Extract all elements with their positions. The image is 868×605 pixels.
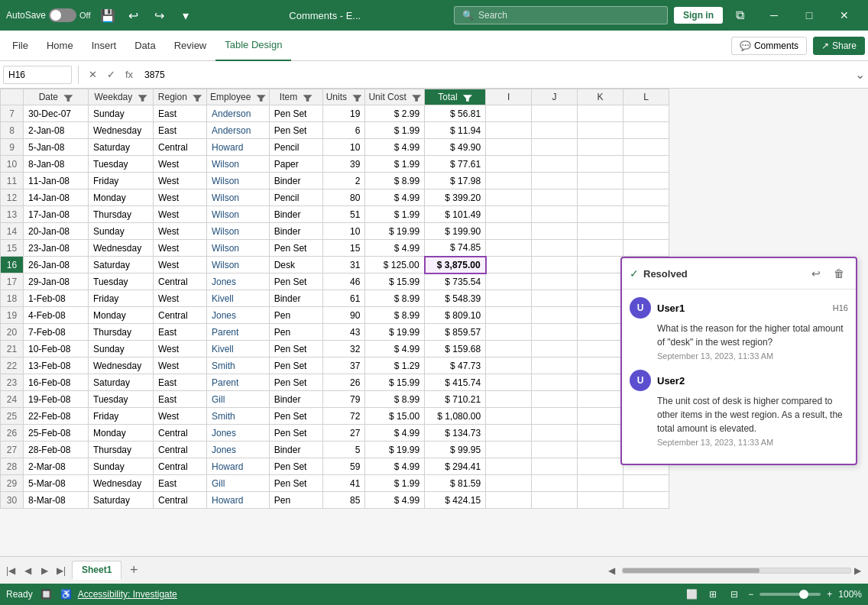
cell[interactable]: West	[154, 173, 207, 189]
empty-cell[interactable]	[532, 341, 578, 358]
cell[interactable]: Central	[154, 139, 207, 156]
cell[interactable]: $ 809.10	[425, 307, 486, 324]
cell[interactable]: $ 8.99	[365, 290, 425, 307]
cell[interactable]: $ 11.94	[425, 122, 486, 139]
cell[interactable]: 11-Jan-08	[24, 173, 89, 189]
col-header-unitcost[interactable]: Unit Cost	[365, 89, 425, 105]
col-header-i[interactable]: I	[486, 89, 532, 105]
row-number[interactable]: 14	[1, 223, 24, 240]
cell[interactable]: 59	[322, 458, 365, 475]
cell[interactable]: West	[154, 189, 207, 206]
zoom-slider[interactable]	[760, 593, 821, 596]
sign-in-button[interactable]: Sign in	[674, 7, 723, 24]
cell[interactable]: 23-Jan-08	[24, 240, 89, 257]
redo-icon[interactable]: ↪	[149, 5, 170, 26]
empty-cell[interactable]	[486, 223, 532, 240]
tab-prev-button[interactable]: ◀	[20, 563, 35, 578]
empty-cell[interactable]	[578, 408, 623, 425]
cell[interactable]: Tuesday	[89, 391, 154, 408]
col-header-units[interactable]: Units	[322, 89, 365, 105]
cell[interactable]: $ 4.99	[365, 139, 425, 156]
cell[interactable]: $ 8.99	[365, 307, 425, 324]
empty-cell[interactable]	[578, 324, 623, 341]
cell[interactable]: West	[154, 257, 207, 273]
empty-cell[interactable]	[532, 173, 578, 189]
cell[interactable]: Saturday	[89, 257, 154, 273]
cell[interactable]: 41	[322, 475, 365, 492]
empty-cell[interactable]	[532, 408, 578, 425]
cell[interactable]: 26	[322, 374, 365, 391]
empty-cell[interactable]	[486, 273, 532, 290]
row-number[interactable]: 13	[1, 206, 24, 223]
cell[interactable]: Desk	[269, 257, 322, 273]
cell[interactable]: Gill	[207, 391, 270, 408]
col-header-k[interactable]: K	[578, 89, 623, 105]
cell[interactable]: Pen Set	[269, 358, 322, 374]
comment-undo-button[interactable]: ↩	[807, 264, 825, 283]
cell[interactable]: $ 47.73	[425, 358, 486, 374]
cell[interactable]: Thursday	[89, 442, 154, 458]
cell[interactable]: 46	[322, 273, 365, 290]
cell[interactable]: Parent	[207, 324, 270, 341]
cell[interactable]: Wednesday	[89, 122, 154, 139]
cell[interactable]: Pen Set	[269, 341, 322, 358]
cell[interactable]: 7-Feb-08	[24, 324, 89, 341]
empty-cell[interactable]	[532, 475, 578, 492]
empty-cell[interactable]	[486, 156, 532, 173]
empty-cell[interactable]	[486, 189, 532, 206]
cell[interactable]: East	[154, 391, 207, 408]
cell[interactable]: Pen Set	[269, 122, 322, 139]
cell[interactable]: Anderson	[207, 122, 270, 139]
row-number[interactable]: 9	[1, 139, 24, 156]
maximize-button[interactable]: □	[792, 0, 827, 31]
cell[interactable]: 2	[322, 173, 365, 189]
cell[interactable]: 32	[322, 341, 365, 358]
empty-cell[interactable]	[486, 374, 532, 391]
row-number[interactable]: 8	[1, 122, 24, 139]
cell[interactable]: 39	[322, 156, 365, 173]
empty-cell[interactable]	[532, 223, 578, 240]
cell[interactable]: 10	[322, 223, 365, 240]
cell[interactable]: Friday	[89, 408, 154, 425]
cell[interactable]: $ 15.99	[365, 374, 425, 391]
row-number[interactable]: 25	[1, 408, 24, 425]
cell[interactable]: 51	[322, 206, 365, 223]
empty-cell[interactable]	[578, 273, 623, 290]
empty-cell[interactable]	[578, 475, 623, 492]
cell[interactable]: 22-Feb-08	[24, 408, 89, 425]
cell[interactable]: $ 159.68	[425, 341, 486, 358]
cell[interactable]: Jones	[207, 307, 270, 324]
cell[interactable]: $ 101.49	[425, 206, 486, 223]
cell[interactable]: Pen Set	[269, 374, 322, 391]
empty-cell[interactable]	[532, 358, 578, 374]
cell[interactable]: Binder	[269, 442, 322, 458]
cell[interactable]: East	[154, 475, 207, 492]
row-number[interactable]: 28	[1, 458, 24, 475]
tab-table-design[interactable]: Table Design	[215, 31, 291, 61]
cell[interactable]: $ 125.00	[365, 257, 425, 273]
row-number[interactable]: 10	[1, 156, 24, 173]
empty-cell[interactable]	[578, 257, 623, 273]
empty-cell[interactable]	[532, 425, 578, 442]
cell[interactable]: Central	[154, 458, 207, 475]
cell[interactable]: Tuesday	[89, 156, 154, 173]
empty-cell[interactable]	[578, 425, 623, 442]
cell[interactable]: $ 134.73	[425, 425, 486, 442]
cell[interactable]: Jones	[207, 425, 270, 442]
empty-cell[interactable]	[532, 374, 578, 391]
empty-cell[interactable]	[578, 206, 623, 223]
cell[interactable]: 72	[322, 408, 365, 425]
empty-cell[interactable]	[578, 189, 623, 206]
tab-file[interactable]: File	[3, 31, 37, 61]
cell[interactable]: Monday	[89, 307, 154, 324]
cell[interactable]: 29-Jan-08	[24, 273, 89, 290]
cell[interactable]: Jones	[207, 442, 270, 458]
cell[interactable]: $ 49.90	[425, 139, 486, 156]
empty-cell[interactable]	[623, 105, 669, 122]
tab-data[interactable]: Data	[125, 31, 164, 61]
undo-icon[interactable]: ↩	[123, 5, 144, 26]
formula-input[interactable]	[140, 66, 852, 84]
empty-cell[interactable]	[486, 391, 532, 408]
cell[interactable]: Sunday	[89, 458, 154, 475]
cell[interactable]: $ 77.61	[425, 156, 486, 173]
